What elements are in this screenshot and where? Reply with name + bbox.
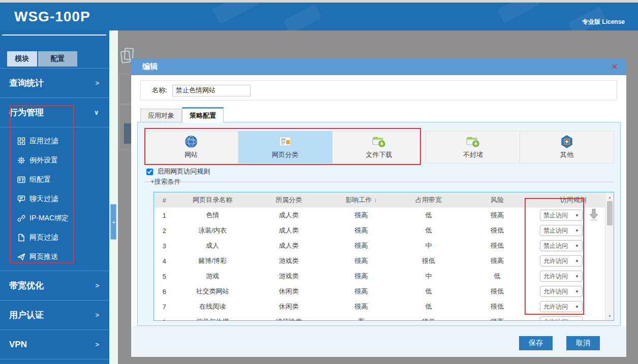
- access-rule-select[interactable]: 允许访问 ▼: [540, 255, 583, 267]
- id-card-icon: [17, 176, 25, 184]
- scroll-down-icon[interactable]: ▼: [605, 312, 614, 319]
- cell-impact-work: 很高: [327, 238, 396, 253]
- cell-category-name: 社交类网站: [174, 284, 251, 299]
- category-no-block[interactable]: 不封堵: [426, 131, 520, 163]
- category-website[interactable]: 网站: [144, 131, 238, 163]
- col-index[interactable]: #: [154, 192, 174, 208]
- sidebar-item-group-config[interactable]: 组配置: [0, 170, 109, 189]
- cell-risk: 很低: [462, 284, 533, 299]
- enable-rule-label: 启用网页访问规则: [157, 167, 210, 176]
- table-row[interactable]: 7 在线阅读 休闲类 很高 低 很低 允许访问 ▼: [154, 299, 614, 314]
- col-impact-work[interactable]: 影响工作 ↓: [327, 192, 396, 208]
- chevron-down-icon: ∨: [94, 109, 99, 116]
- chevron-down-icon: ▼: [575, 274, 579, 279]
- sidebar-item-ip-mac-binding[interactable]: IP-MAC绑定: [0, 209, 109, 228]
- chevron-right-icon: >: [95, 79, 99, 87]
- scrollbar-thumb[interactable]: [607, 201, 613, 225]
- access-rule-select[interactable]: 允许访问 ▼: [540, 316, 583, 321]
- cell-category-name: 在线阅读: [174, 299, 251, 314]
- sidebar-section-query-stats[interactable]: 查询统计 >: [0, 68, 109, 97]
- dialog-footer: 保存 取消: [131, 326, 626, 357]
- sidebar-item-web-filter[interactable]: 网页过滤: [0, 228, 109, 247]
- access-rule-select[interactable]: 禁止访问 ▼: [540, 240, 583, 251]
- cell-impact-work: 高: [327, 314, 396, 321]
- sidebar-item-chat-filter[interactable]: 聊天过滤: [0, 189, 109, 209]
- category-web-class[interactable]: 网页分类: [238, 131, 332, 163]
- cancel-button[interactable]: 取消: [566, 336, 600, 350]
- chevron-down-icon: ▼: [575, 305, 579, 309]
- tab-policy-config[interactable]: 策略配置: [182, 107, 224, 123]
- tab-apply-objects[interactable]: 应用对象: [140, 109, 182, 123]
- dialog-tabs: 应用对象 策略配置: [140, 107, 224, 123]
- col-access-rule[interactable]: 访问规则: [533, 192, 614, 208]
- chevron-down-icon: ▼: [575, 244, 579, 248]
- cell-bandwidth: 中: [396, 269, 462, 284]
- move-down-button[interactable]: [588, 208, 600, 223]
- access-rule-select[interactable]: 禁止访问 ▼: [540, 225, 583, 236]
- table-row[interactable]: 2 泳装/内衣 成人类 很高 低 很低 禁止访问 ▼: [154, 223, 614, 238]
- cell-parent-class: 成人类: [251, 208, 327, 223]
- access-rule-select[interactable]: 允许访问 ▼: [540, 286, 583, 297]
- col-risk[interactable]: 风险: [462, 192, 533, 208]
- sidebar-item-app-filter[interactable]: 应用过滤: [0, 131, 109, 151]
- cell-risk: 很低: [462, 223, 533, 238]
- chevron-right-icon: >: [95, 311, 99, 319]
- cell-impact-work: 很高: [327, 223, 396, 238]
- cell-index: 2: [154, 223, 174, 238]
- app-title: WSG-100P: [14, 9, 90, 25]
- cell-parent-class: 游戏类: [251, 269, 327, 284]
- cell-impact-work: 很高: [327, 269, 396, 284]
- cell-risk: 低: [462, 269, 533, 284]
- link-icon: [17, 214, 25, 222]
- cell-category-name: 偏见与仇恨: [174, 314, 251, 321]
- cell-bandwidth: 低: [396, 208, 462, 223]
- table-row[interactable]: 6 社交类网站 休闲类 很高 低 很低 允许访问 ▼: [154, 284, 614, 299]
- chevron-right-icon: >: [95, 282, 99, 289]
- table-row[interactable]: 1 色情 成人类 很高 低 很高 禁止访问 ▼: [154, 208, 614, 223]
- sidebar-collapse-handle[interactable]: ◄: [110, 204, 116, 240]
- col-bandwidth[interactable]: 占用带宽: [396, 192, 462, 208]
- col-parent-class[interactable]: 所属分类: [251, 192, 327, 208]
- table-row[interactable]: 5 游戏 游戏类 很高 中 低 允许访问 ▼: [154, 269, 614, 284]
- cell-category-name: 游戏: [174, 269, 251, 284]
- page-icon: [17, 234, 25, 242]
- cell-category-name: 泳装/内衣: [174, 223, 251, 238]
- access-rule-select[interactable]: 禁止访问 ▼: [540, 210, 583, 221]
- save-button[interactable]: 保存: [519, 336, 553, 350]
- category-file-download[interactable]: 文件下载: [332, 131, 427, 163]
- folder-download-icon: [372, 135, 386, 148]
- sidebar-divider: [2, 35, 106, 36]
- sidebar-item-web-push[interactable]: 网页推送: [0, 247, 109, 267]
- chat-icon: [17, 195, 25, 203]
- tab-modules[interactable]: 模块: [7, 51, 37, 67]
- category-other[interactable]: 其他: [520, 131, 614, 163]
- enable-rule-checkbox[interactable]: [146, 169, 153, 175]
- table-row[interactable]: 4 赌博/博彩 游戏类 很高 很低 很高 允许访问 ▼: [154, 253, 614, 269]
- paper-plane-icon: [17, 253, 25, 261]
- tab-config[interactable]: 配置: [38, 51, 77, 67]
- cell-index: 5: [154, 269, 174, 284]
- close-icon[interactable]: ✕: [612, 62, 618, 72]
- webpage-icon: [279, 135, 292, 148]
- access-rule-select[interactable]: 允许访问 ▼: [540, 301, 583, 312]
- table-row[interactable]: 8 偏见与仇恨 破坏性类 高 很低 很高 允许访问 ▼: [154, 314, 614, 321]
- table-scrollbar[interactable]: ▲ ▼: [605, 192, 614, 320]
- keyboard-texture: [497, 3, 540, 23]
- access-rule-select[interactable]: 允许访问 ▼: [540, 271, 583, 282]
- sidebar-section-behavior-mgmt[interactable]: 行为管理 ∨: [0, 97, 109, 127]
- sidebar-section-bandwidth[interactable]: 带宽优化 >: [0, 271, 109, 300]
- name-input[interactable]: [172, 85, 251, 96]
- cell-risk: 很低: [462, 299, 533, 314]
- cell-index: 6: [154, 284, 174, 299]
- cell-parent-class: 休闲类: [251, 284, 327, 299]
- scroll-up-icon[interactable]: ▲: [605, 193, 614, 201]
- col-category-name[interactable]: 网页目录名称: [174, 192, 251, 208]
- hexagon-plus-icon: [560, 135, 573, 148]
- cell-risk: 很高: [462, 253, 533, 269]
- search-condition-toggle[interactable]: +搜索条件: [144, 177, 613, 186]
- cell-category-name: 成人: [174, 238, 251, 253]
- table-row[interactable]: 3 成人 成人类 很高 中 很低 禁止访问 ▼: [154, 238, 614, 253]
- sidebar-item-exceptions[interactable]: 例外设置: [0, 151, 109, 170]
- sidebar-section-vpn[interactable]: VPN >: [0, 329, 109, 359]
- sidebar-section-user-auth[interactable]: 用户认证 >: [0, 300, 109, 329]
